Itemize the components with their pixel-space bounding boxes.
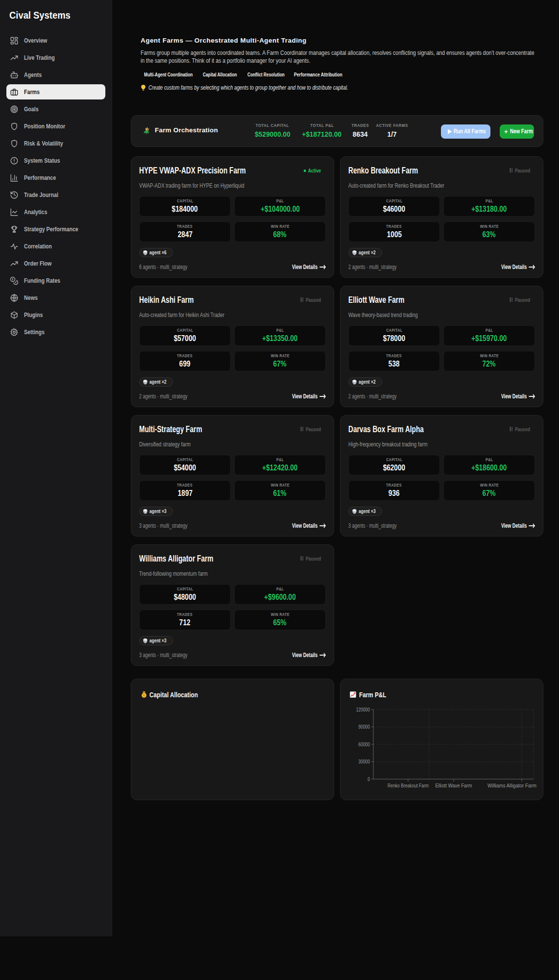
svg-text:90000: 90000 <box>359 724 370 730</box>
svg-text:30000: 30000 <box>359 759 370 764</box>
svg-text:120000: 120000 <box>356 706 370 712</box>
svg-text:Williams Alligator Farm: Williams Alligator Farm <box>487 783 536 788</box>
svg-text:0: 0 <box>367 776 370 782</box>
svg-text:60000: 60000 <box>359 741 370 747</box>
svg-text:Elliott Wave Farm: Elliott Wave Farm <box>436 783 472 788</box>
svg-text:Renko Breakout Farm: Renko Breakout Farm <box>388 783 429 788</box>
